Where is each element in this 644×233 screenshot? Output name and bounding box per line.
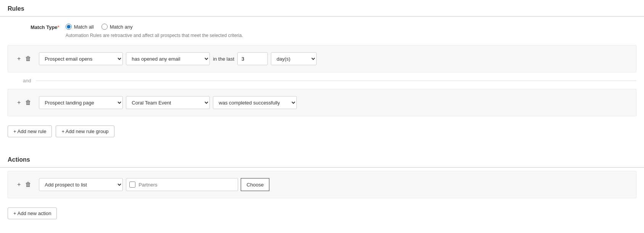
action-1-add-btn[interactable]: + <box>16 181 22 188</box>
rule-2-outcome-select[interactable]: was completed successfully was not compl… <box>213 96 297 109</box>
rule-1-add-btn[interactable]: + <box>16 55 22 63</box>
rules-title: Rules <box>0 0 644 16</box>
add-new-rule-group-btn[interactable]: + Add new rule group <box>56 125 114 137</box>
and-separator: and <box>0 76 644 86</box>
actions-title: Actions <box>0 151 644 167</box>
rule-2-event-select[interactable]: Coral Team Event Other Event <box>126 96 210 109</box>
rule-1-number-input[interactable] <box>237 52 268 65</box>
rule-1-delete-btn[interactable]: 🗑 <box>24 55 33 63</box>
match-type-options: Match all Match any Automation Rules are… <box>66 24 243 38</box>
rule-1-type-select[interactable]: Prospect email opens Prospect landing pa… <box>39 52 123 65</box>
radio-match-all[interactable]: Match all <box>66 24 94 30</box>
action-1-controls: + 🗑 <box>16 181 33 188</box>
match-type-label: Match Type* <box>31 24 60 30</box>
add-new-action-btn[interactable]: + Add new action <box>8 207 57 219</box>
radio-match-all-label: Match all <box>74 24 94 30</box>
actions-divider <box>0 167 644 168</box>
add-buttons-row: + Add new rule + Add new rule group <box>0 119 644 140</box>
rule-1-controls: + 🗑 <box>16 55 33 63</box>
required-marker: * <box>58 24 60 30</box>
rule-1-time-unit-select[interactable]: day(s) week(s) month(s) <box>271 52 317 65</box>
rule-2-controls: + 🗑 <box>16 99 33 106</box>
match-type-radios: Match all Match any <box>66 24 243 30</box>
add-new-rule-btn[interactable]: + Add new rule <box>8 125 52 137</box>
list-input-wrapper <box>126 178 238 191</box>
choose-btn[interactable]: Choose <box>241 178 269 191</box>
rule-group-1: + 🗑 Prospect email opens Prospect landin… <box>8 45 636 72</box>
add-action-row: + Add new action <box>0 201 644 222</box>
rule-2-add-btn[interactable]: + <box>16 99 22 106</box>
rule-1-condition-select[interactable]: has opened any email has not opened any … <box>126 52 210 65</box>
list-checkbox[interactable] <box>129 182 135 188</box>
action-row-1: + 🗑 Add prospect to list Remove prospect… <box>8 171 636 198</box>
rule-group-2: + 🗑 Prospect landing page Prospect email… <box>8 89 636 116</box>
action-1-type-select[interactable]: Add prospect to list Remove prospect fro… <box>39 178 123 191</box>
list-text-input[interactable] <box>138 182 238 188</box>
rule-row-1: + 🗑 Prospect email opens Prospect landin… <box>16 52 628 65</box>
rule-row-2: + 🗑 Prospect landing page Prospect email… <box>16 96 628 109</box>
rule-2-type-select[interactable]: Prospect landing page Prospect email ope… <box>39 96 123 109</box>
radio-match-any[interactable]: Match any <box>101 24 133 30</box>
match-type-row: Match Type* Match all Match any Automati… <box>0 17 644 42</box>
radio-match-all-input[interactable] <box>66 24 72 30</box>
match-type-hint: Automation Rules are retroactive and aff… <box>66 33 243 38</box>
rules-section: Rules Match Type* Match all Match any Au… <box>0 0 644 147</box>
action-1-delete-btn[interactable]: 🗑 <box>24 181 33 188</box>
radio-match-any-input[interactable] <box>101 24 108 30</box>
actions-section: Actions + 🗑 Add prospect to list Remove … <box>0 151 644 229</box>
in-the-last-label: in the last <box>213 56 234 62</box>
radio-match-any-label: Match any <box>110 24 133 30</box>
rule-2-delete-btn[interactable]: 🗑 <box>24 99 33 106</box>
